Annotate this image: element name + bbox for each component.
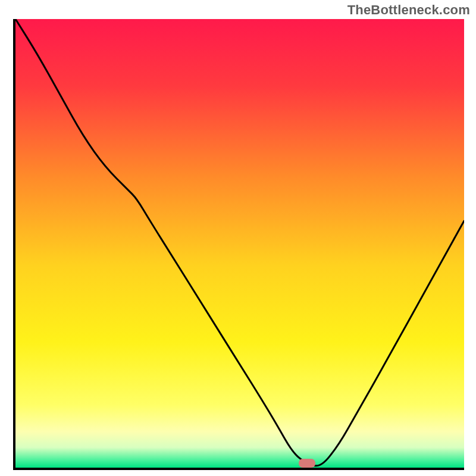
plot-area xyxy=(13,19,464,470)
chart-frame: TheBottleneck.com xyxy=(0,0,476,476)
bottleneck-curve xyxy=(15,19,464,468)
optimum-marker xyxy=(299,459,315,468)
watermark-text: TheBottleneck.com xyxy=(347,2,470,18)
curve-path xyxy=(15,19,464,466)
